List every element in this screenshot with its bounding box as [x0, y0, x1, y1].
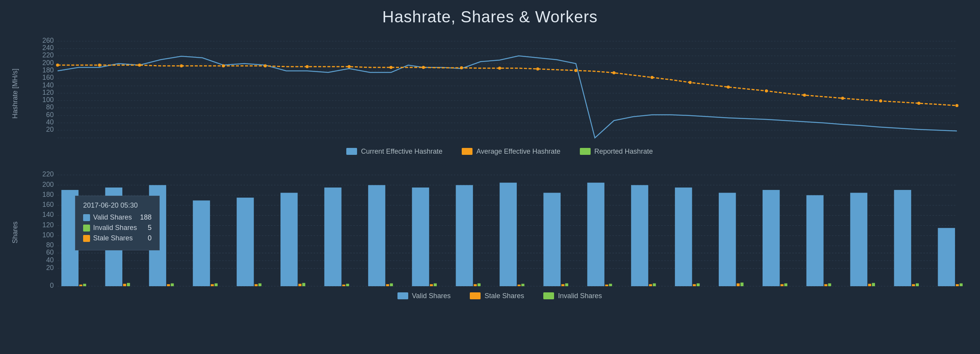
svg-text:100: 100 [42, 96, 54, 104]
tooltip-row-invalid: Invalid Shares 5 [83, 224, 152, 232]
svg-text:140: 140 [42, 210, 54, 219]
bottom-y-axis-label: Shares [11, 173, 19, 292]
svg-rect-122 [302, 283, 305, 286]
svg-text:140: 140 [42, 81, 54, 89]
svg-point-39 [536, 67, 539, 70]
svg-text:60: 60 [46, 111, 54, 119]
charts-wrapper: Hashrate [MH/s] 260 240 220 200 180 [15, 30, 965, 346]
tooltip-row-stale: Stale Shares 0 [83, 234, 152, 242]
svg-point-29 [138, 64, 141, 67]
svg-rect-111 [737, 284, 740, 286]
svg-rect-124 [390, 284, 393, 286]
svg-rect-120 [215, 284, 218, 286]
stale-shares-swatch [470, 292, 481, 299]
svg-rect-118 [127, 283, 130, 286]
svg-text:160: 160 [42, 74, 54, 81]
svg-point-35 [389, 66, 392, 69]
average-hashrate-line [58, 65, 957, 106]
svg-text:120: 120 [42, 220, 54, 229]
bottom-chart: Shares 220 200 180 160 140 120 [15, 161, 965, 307]
legend-stale-shares-label: Stale Shares [484, 292, 524, 300]
legend-valid-shares: Valid Shares [397, 292, 451, 300]
svg-point-50 [955, 104, 958, 107]
reported-hashrate-swatch [580, 148, 591, 155]
svg-rect-84 [456, 185, 473, 287]
svg-point-37 [460, 66, 463, 69]
svg-text:180: 180 [42, 190, 54, 198]
bottom-chart-inner: 220 200 180 160 140 120 100 80 6 [42, 165, 957, 286]
stale-shares-bars [79, 284, 959, 286]
svg-point-33 [306, 65, 309, 68]
bottom-chart-legend: Valid Shares Stale Shares Invalid Shares [42, 286, 957, 305]
svg-rect-131 [697, 284, 700, 286]
svg-text:60: 60 [46, 248, 54, 257]
svg-point-43 [689, 81, 692, 84]
tooltip-invalid-label-wrap: Invalid Shares [83, 224, 137, 232]
svg-rect-121 [259, 284, 262, 286]
svg-rect-93 [850, 193, 868, 286]
svg-point-31 [222, 64, 225, 67]
svg-rect-90 [719, 193, 736, 286]
top-chart-inner: 260 240 220 200 180 160 140 120 [42, 34, 957, 138]
svg-rect-130 [653, 284, 656, 286]
svg-rect-136 [916, 284, 919, 286]
svg-point-41 [613, 71, 616, 74]
svg-rect-86 [543, 193, 561, 286]
svg-rect-92 [806, 195, 824, 286]
invalid-shares-swatch [543, 292, 554, 299]
svg-rect-80 [280, 193, 298, 286]
svg-text:20: 20 [46, 263, 54, 272]
top-chart: Hashrate [MH/s] 260 240 220 200 180 [15, 30, 965, 161]
svg-point-49 [917, 102, 920, 105]
svg-rect-137 [960, 284, 963, 286]
svg-rect-81 [324, 188, 342, 286]
svg-text:40: 40 [46, 118, 54, 126]
legend-invalid-shares: Invalid Shares [543, 292, 602, 300]
legend-average-hashrate-label: Average Effective Hashrate [476, 148, 560, 156]
top-chart-svg: 260 240 220 200 180 160 140 120 [42, 34, 957, 138]
tooltip: 2017-06-20 05:30 Valid Shares 188 Invali… [75, 196, 160, 250]
tooltip-valid-value: 188 [140, 213, 152, 221]
legend-reported-hashrate-label: Reported Hashrate [594, 148, 653, 156]
valid-shares-swatch [397, 292, 408, 299]
svg-rect-89 [675, 188, 692, 286]
svg-text:80: 80 [46, 103, 54, 111]
svg-point-36 [422, 66, 425, 69]
svg-text:220: 220 [42, 170, 54, 178]
tooltip-row-valid: Valid Shares 188 [83, 213, 152, 221]
svg-point-45 [765, 89, 768, 92]
svg-text:40: 40 [46, 256, 54, 264]
top-chart-legend: Current Effective Hashrate Average Effec… [42, 142, 957, 161]
svg-point-47 [841, 97, 844, 100]
svg-rect-78 [193, 200, 210, 286]
svg-text:260: 260 [42, 37, 54, 44]
svg-rect-91 [763, 190, 780, 286]
svg-rect-85 [500, 183, 517, 286]
svg-text:180: 180 [42, 66, 54, 74]
svg-rect-87 [587, 183, 604, 286]
tooltip-stale-label: Stale Shares [93, 234, 133, 242]
svg-rect-88 [631, 185, 648, 287]
svg-rect-94 [894, 190, 912, 286]
legend-current-hashrate-label: Current Effective Hashrate [361, 148, 442, 156]
legend-stale-shares: Stale Shares [470, 292, 524, 300]
svg-text:200: 200 [42, 59, 54, 67]
legend-reported-hashrate: Reported Hashrate [580, 148, 653, 156]
svg-point-34 [347, 65, 351, 68]
invalid-shares-bars [83, 283, 963, 286]
legend-valid-shares-label: Valid Shares [412, 292, 451, 300]
tooltip-invalid-value: 5 [148, 224, 152, 232]
svg-point-27 [56, 64, 59, 67]
svg-point-44 [727, 86, 730, 89]
svg-point-42 [651, 76, 654, 79]
svg-text:160: 160 [42, 200, 54, 209]
svg-text:220: 220 [42, 51, 54, 59]
tooltip-stale-swatch [83, 235, 90, 242]
tooltip-stale-label-wrap: Stale Shares [83, 234, 133, 242]
svg-rect-125 [434, 284, 437, 286]
svg-text:200: 200 [42, 180, 54, 188]
valid-shares-bars [62, 183, 955, 286]
svg-rect-119 [171, 284, 174, 286]
legend-invalid-shares-label: Invalid Shares [558, 292, 602, 300]
svg-rect-133 [784, 284, 787, 286]
